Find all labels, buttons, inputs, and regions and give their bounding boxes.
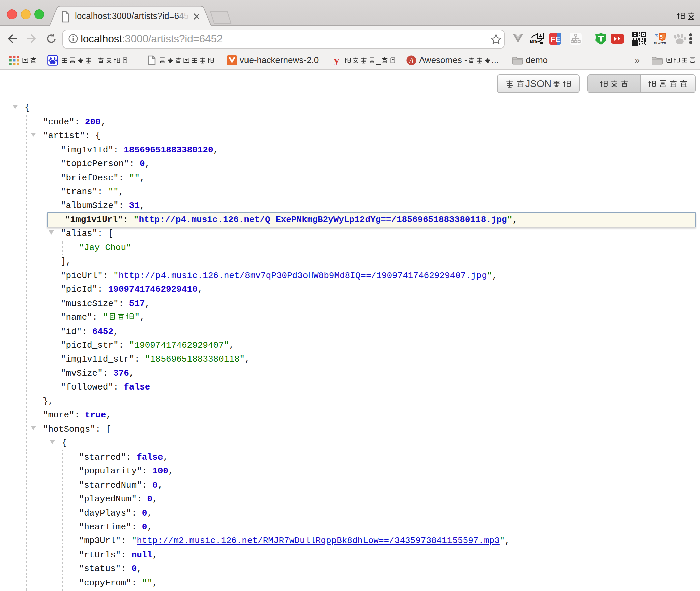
svg-text:en: en bbox=[530, 38, 537, 44]
svg-text:y: y bbox=[334, 55, 339, 65]
svg-text:5: 5 bbox=[660, 34, 662, 40]
svg-text:A: A bbox=[408, 56, 414, 65]
svg-text:F: F bbox=[551, 35, 555, 43]
svg-text:PLAYER: PLAYER bbox=[654, 41, 667, 45]
svg-text:E: E bbox=[556, 35, 561, 43]
